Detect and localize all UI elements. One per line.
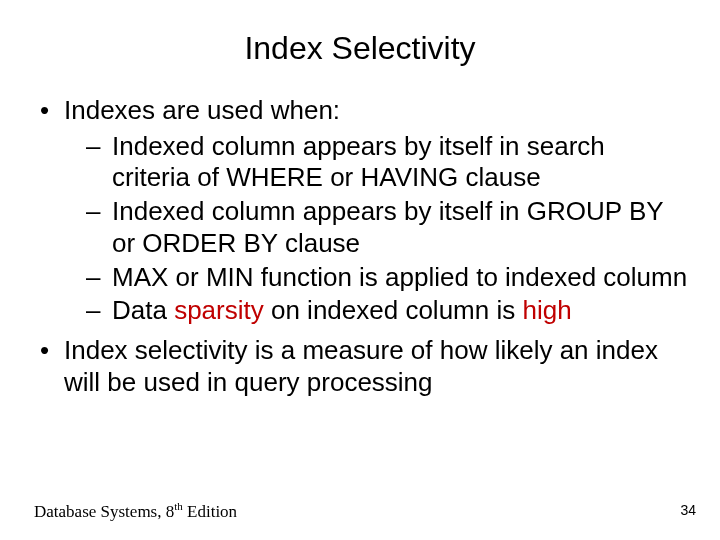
sub-d-pre: Data xyxy=(112,295,174,325)
bullet-item-1: Indexes are used when: Indexed column ap… xyxy=(36,95,690,327)
bullet-list-level2: Indexed column appears by itself in sear… xyxy=(86,131,690,327)
bullet-item-2: Index selectivity is a measure of how li… xyxy=(36,335,690,398)
sub-item-a: Indexed column appears by itself in sear… xyxy=(86,131,690,194)
footer-book-citation: Database Systems, 8th Edition xyxy=(34,500,237,522)
page-number: 34 xyxy=(680,502,696,518)
sub-d-highlight-sparsity: sparsity xyxy=(174,295,264,325)
sub-d-mid: on indexed column is xyxy=(264,295,523,325)
sub-d-highlight-high: high xyxy=(522,295,571,325)
slide: Index Selectivity Indexes are used when:… xyxy=(0,0,720,540)
slide-title: Index Selectivity xyxy=(30,30,690,67)
sub-item-c: MAX or MIN function is applied to indexe… xyxy=(86,262,690,294)
sub-item-d: Data sparsity on indexed column is high xyxy=(86,295,690,327)
bullet-list-level1: Indexes are used when: Indexed column ap… xyxy=(36,95,690,398)
footer-book-name: Database Systems, 8 xyxy=(34,502,174,521)
sub-item-b: Indexed column appears by itself in GROU… xyxy=(86,196,690,259)
footer-ordinal-suffix: th xyxy=(174,500,183,512)
bullet-1-text: Indexes are used when: xyxy=(64,95,340,125)
footer-edition-word: Edition xyxy=(183,502,237,521)
